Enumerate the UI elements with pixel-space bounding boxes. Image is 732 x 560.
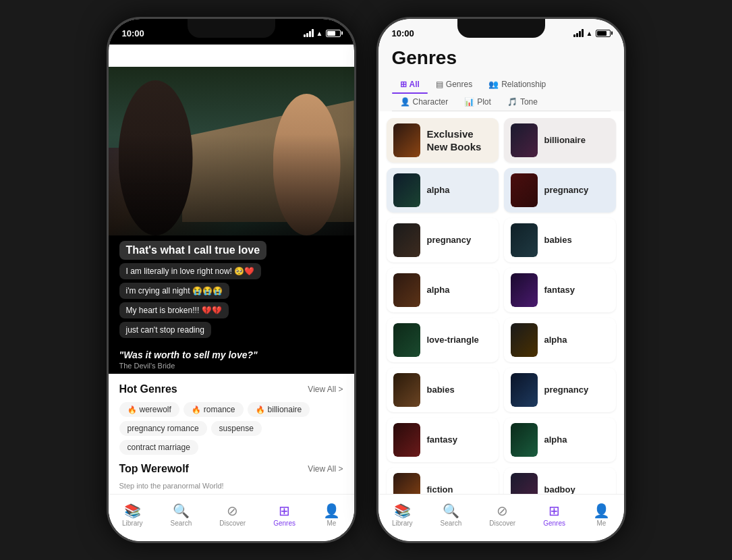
comment-1: That's what I call true love (119, 241, 267, 260)
tag-pregnancy-romance[interactable]: pregnancy romance (119, 421, 207, 436)
hot-genres-view-all[interactable]: View All > (308, 385, 343, 394)
genre-card-fantasy-1[interactable]: fantasy (504, 268, 616, 312)
battery-icon (326, 30, 341, 37)
genre-card-pregnancy-2[interactable]: pregnancy (387, 218, 499, 262)
alpha1-label: alpha (427, 185, 450, 196)
nav-discover[interactable]: ⊘ Discover (219, 504, 246, 527)
fantasy2-label: fantasy (427, 435, 458, 446)
genre-card-alpha-1[interactable]: alpha (387, 168, 499, 213)
genres-icon-filter: ▤ (436, 80, 443, 89)
genre-card-pregnancy-1[interactable]: pregnancy (504, 168, 616, 213)
library-icon: 📚 (124, 504, 141, 517)
library-icon-right: 📚 (394, 504, 411, 517)
book-quote: "Was it worth to sell my love?" (119, 349, 343, 360)
genre-card-alpha-3[interactable]: alpha (504, 318, 616, 362)
genre-card-fantasy-2[interactable]: fantasy (387, 418, 499, 462)
filter-genres[interactable]: ▤ Genres (428, 76, 480, 93)
alpha1-thumb (393, 173, 420, 207)
wifi-icon: ▲ (316, 30, 323, 37)
genres-label: Genres (446, 80, 472, 89)
genres-grid-container: ExclusiveNew Books billionaire (378, 111, 624, 519)
fantasy1-thumb (511, 273, 538, 307)
fantasy1-label: fantasy (544, 285, 575, 296)
nav-right-genres-label: Genres (543, 520, 565, 527)
alpha2-thumb (393, 273, 420, 307)
character-icon: 👤 (400, 97, 410, 107)
top-werewolf-view-all[interactable]: View All > (308, 464, 343, 474)
story-image (109, 67, 354, 235)
billionaire-label: billionaire (544, 135, 586, 146)
alpha4-thumb (511, 423, 538, 457)
discover-icon-right: ⊘ (497, 504, 508, 517)
pregnancy1-label: pregnancy (544, 185, 589, 196)
top-werewolf-title: Top Werewolf (119, 463, 189, 475)
relationship-icon: 👥 (488, 80, 499, 89)
nav-search[interactable]: 🔍 Search (171, 504, 192, 527)
tone-label: Tone (520, 97, 538, 107)
nav-library[interactable]: 📚 Library (122, 504, 143, 527)
filter-all[interactable]: ⊞ All (392, 76, 428, 93)
pregnancy3-label: pregnancy (544, 385, 589, 396)
genre-tags: werewolf romance billionaire pregnancy r… (119, 402, 343, 455)
image-overlay (109, 67, 354, 235)
comment-4: My heart is broken!!! 💔💔 (119, 302, 229, 318)
nav-right-search-label: Search (441, 520, 462, 527)
me-icon-right: 👤 (593, 504, 610, 517)
left-screen: 10:00 ▲ New and Trending (109, 19, 354, 541)
signal-icon (304, 29, 314, 37)
tag-romance[interactable]: romance (184, 402, 244, 417)
left-phone: 10:00 ▲ New and Trending (107, 17, 356, 543)
status-icons-left: ▲ (304, 29, 341, 37)
babies1-label: babies (544, 235, 572, 246)
tag-billionaire[interactable]: billionaire (248, 402, 310, 417)
nav-genres[interactable]: ⊞ Genres (273, 504, 295, 527)
nav-right-library[interactable]: 📚 Library (392, 504, 413, 527)
genre-card-alpha-4[interactable]: alpha (504, 418, 616, 462)
tag-werewolf[interactable]: werewolf (119, 402, 179, 417)
notch (188, 19, 275, 38)
tag-suspense[interactable]: suspense (211, 421, 262, 436)
genre-card-babies-1[interactable]: babies (504, 218, 616, 262)
battery-icon-right (596, 30, 611, 37)
filter-plot[interactable]: 📊 Plot (456, 93, 499, 111)
babies2-label: babies (427, 385, 455, 396)
genre-card-alpha-2[interactable]: alpha (387, 268, 499, 312)
filter-tabs: ⊞ All ▤ Genres 👥 Relationship 👤 Characte… (392, 76, 611, 111)
exclusive-thumb (393, 123, 420, 157)
nav-right-library-label: Library (392, 520, 413, 527)
genres-icon: ⊞ (279, 504, 290, 517)
nav-right-genres[interactable]: ⊞ Genres (543, 504, 565, 527)
book-name: The Devil's Bride (119, 362, 343, 370)
genre-card-love-triangle[interactable]: love-triangle (387, 318, 499, 362)
genre-card-pregnancy-3[interactable]: pregnancy (504, 368, 616, 412)
genres-grid: ExclusiveNew Books billionaire (387, 118, 616, 512)
nav-right-search[interactable]: 🔍 Search (441, 504, 462, 527)
genre-card-exclusive[interactable]: ExclusiveNew Books (387, 118, 499, 163)
nav-me[interactable]: 👤 Me (323, 504, 340, 527)
genre-card-billionaire[interactable]: billionaire (504, 118, 616, 163)
top-werewolf-header: Top Werewolf View All > (119, 463, 343, 475)
left-title: New and Trending (122, 47, 227, 61)
hot-genres-header: Hot Genres View All > (119, 383, 343, 395)
right-phone: 10:00 ▲ Genres (376, 17, 626, 543)
nav-right-me[interactable]: 👤 Me (593, 504, 610, 527)
nav-right-discover[interactable]: ⊘ Discover (489, 504, 515, 527)
filter-relationship[interactable]: 👥 Relationship (480, 76, 554, 93)
genre-card-babies-2[interactable]: babies (387, 368, 499, 412)
fantasy2-thumb (393, 423, 420, 457)
top-werewolf-subtitle: Step into the paranormal World! (119, 482, 343, 490)
pregnancy2-thumb (393, 223, 420, 257)
filter-character[interactable]: 👤 Character (392, 93, 457, 111)
love-triangle-thumb (393, 323, 420, 357)
nav-right-me-label: Me (597, 520, 607, 527)
alpha4-label: alpha (544, 435, 567, 446)
all-icon: ⊞ (400, 80, 407, 89)
pregnancy1-thumb (511, 173, 538, 207)
babies2-thumb (393, 373, 420, 407)
love-triangle-label: love-triangle (427, 335, 479, 346)
filter-tone[interactable]: 🎵 Tone (499, 93, 546, 111)
tag-contract-marriage[interactable]: contract marriage (119, 440, 198, 455)
me-icon: 👤 (323, 504, 340, 517)
right-screen: 10:00 ▲ Genres (378, 19, 624, 541)
bottom-nav-right: 📚 Library 🔍 Search ⊘ Discover ⊞ Genres 👤… (378, 494, 624, 541)
